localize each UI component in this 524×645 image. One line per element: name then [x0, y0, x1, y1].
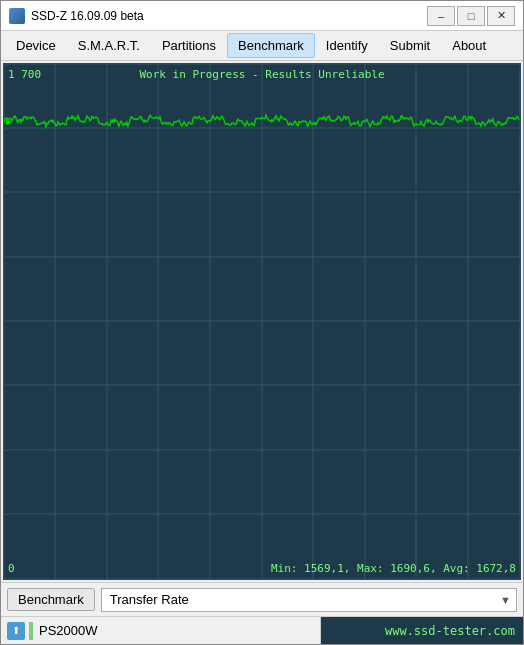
menu-item-device[interactable]: Device [5, 33, 67, 58]
close-button[interactable]: ✕ [487, 6, 515, 26]
ssd-indicator [29, 622, 33, 640]
status-right: www.ssd-tester.com [321, 617, 523, 644]
menu-item-partitions[interactable]: Partitions [151, 33, 227, 58]
window-title: SSD-Z 16.09.09 beta [31, 9, 427, 23]
menu-item-identify[interactable]: Identify [315, 33, 379, 58]
chart-title: Work in Progress - Results Unreliable [139, 68, 384, 81]
status-bar: ⬆ PS2000W www.ssd-tester.com [1, 616, 523, 644]
status-left: ⬆ PS2000W [1, 617, 321, 644]
title-bar: SSD-Z 16.09.09 beta – □ ✕ [1, 1, 523, 31]
device-icon: ⬆ [7, 622, 25, 640]
benchmark-button[interactable]: Benchmark [7, 588, 95, 611]
chart-canvas [4, 64, 520, 579]
maximize-button[interactable]: □ [457, 6, 485, 26]
minimize-button[interactable]: – [427, 6, 455, 26]
menu-item-benchmark[interactable]: Benchmark [227, 33, 315, 58]
menu-item-about[interactable]: About [441, 33, 497, 58]
menu-bar: Device S.M.A.R.T. Partitions Benchmark I… [1, 31, 523, 61]
app-icon [9, 8, 25, 24]
menu-item-submit[interactable]: Submit [379, 33, 441, 58]
dropdown-container: Transfer Rate IOPS Latency ▼ [101, 588, 517, 612]
benchmark-chart: 1 700 Work in Progress - Results Unrelia… [3, 63, 521, 580]
chart-y-max-label: 1 700 [8, 68, 41, 81]
bottom-controls: Benchmark Transfer Rate IOPS Latency ▼ [1, 582, 523, 616]
chart-y-min-label: 0 [8, 562, 15, 575]
window-controls: – □ ✕ [427, 6, 515, 26]
device-name: PS2000W [39, 623, 98, 638]
website-url: www.ssd-tester.com [385, 624, 515, 638]
chart-stats: Min: 1569,1, Max: 1690,6, Avg: 1672,8 [271, 562, 516, 575]
main-window: SSD-Z 16.09.09 beta – □ ✕ Device S.M.A.R… [0, 0, 524, 645]
transfer-rate-dropdown[interactable]: Transfer Rate IOPS Latency [101, 588, 517, 612]
menu-item-smart[interactable]: S.M.A.R.T. [67, 33, 151, 58]
